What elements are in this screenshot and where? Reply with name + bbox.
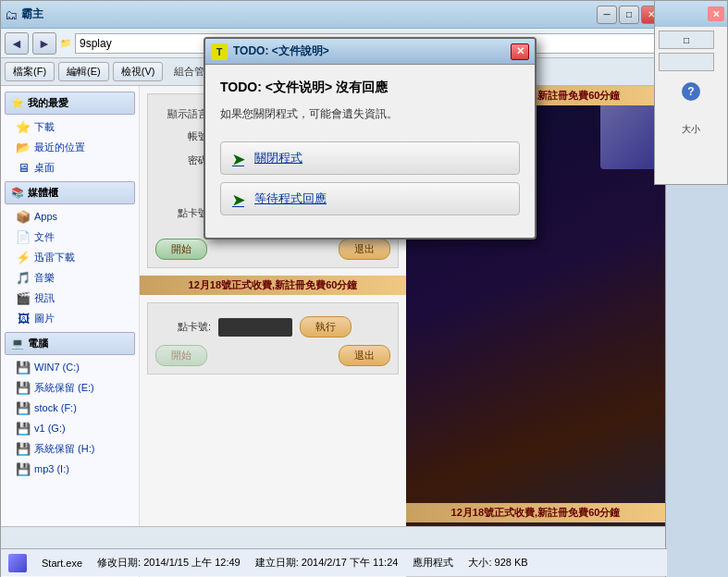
start-button-1[interactable]: 開始 [155,239,207,260]
secondary-btn-1[interactable]: □ [659,31,714,49]
bottom-info-bar: Start.exe 修改日期: 2014/1/15 上午 12:49 建立日期:… [1,548,667,576]
apps-icon: 📦 [16,209,31,224]
dialog-heading: TODO: <文件说明> 沒有回應 [220,80,520,96]
exec-button[interactable]: 執行 [300,316,352,338]
sidebar-item-e[interactable]: 💾 系統保留 (E:) [1,377,139,398]
drive-g-icon: 💾 [16,421,31,436]
download-icon: ⭐ [16,119,31,134]
card-label-1: 點卡號: [155,206,211,220]
minimize-button[interactable]: ─ [597,6,617,24]
file-type: 應用程式 [413,556,453,570]
sidebar-item-label: 系統保留 (H:) [34,442,94,456]
sidebar-item-g[interactable]: 💾 v1 (G:) [1,418,139,438]
menu-edit[interactable]: 編輯(E) [58,62,109,81]
sidebar-item-video[interactable]: 🎬 視訊 [1,288,139,308]
sidebar-item-label: mp3 (I:) [34,463,69,474]
sidebar-item-music[interactable]: 🎵 音樂 [1,267,139,288]
file-size: 大小: 928 KB [468,556,527,570]
wait-program-label: 等待程式回應 [254,190,327,207]
music-icon: 🎵 [16,270,31,285]
title-bar-buttons: ─ □ ✕ [597,6,661,24]
secondary-input[interactable] [659,53,714,71]
sidebar-item-apps[interactable]: 📦 Apps [1,206,139,227]
dialog-title-bar: T TODO: <文件說明> ✕ [205,39,535,65]
desktop-icon: 🖥 [16,160,31,175]
secondary-close-btn[interactable]: ✕ [708,6,724,21]
sidebar-item-i[interactable]: 💾 mp3 (I:) [1,459,139,479]
secondary-size-label: 大小 [659,123,723,136]
drive-i-icon: 💾 [16,461,31,476]
folder-icon: 📁 [60,38,71,48]
close-program-button[interactable]: ➤ 關閉程式 [220,141,520,175]
sidebar-item-label: 音樂 [34,271,55,285]
sidebar-item-label: 最近的位置 [34,141,85,154]
sidebar-item-h[interactable]: 💾 系統保留 (H:) [1,438,139,459]
video-icon: 🎬 [16,290,31,305]
quit-button-2[interactable]: 退出 [339,345,390,366]
sidebar-item-label: 系統保留 (E:) [34,381,94,395]
sidebar-item-pictures[interactable]: 🖼 圖片 [1,308,139,328]
secondary-controls: □ ? 大小 [655,27,727,140]
modified-date: 修改日期: 2014/1/15 上午 12:49 [97,556,241,570]
media-icon: 📚 [11,187,24,199]
secondary-help[interactable]: ? [659,82,723,101]
favorites-label: 我的最愛 [28,96,68,110]
created-date: 建立日期: 2014/2/17 下午 11:24 [255,556,399,570]
password-label: 密碼: [155,153,211,167]
sidebar-item-label: v1 (G:) [34,423,66,434]
documents-icon: 📄 [16,229,31,244]
sidebar-item-label: 桌面 [34,161,55,175]
window-title: 霸主 [21,6,597,22]
close-program-label: 關閉程式 [254,150,302,166]
menu-view[interactable]: 檢視(V) [113,62,164,81]
recent-icon: 📂 [16,140,31,154]
dialog-title: TODO: <文件說明> [233,43,511,59]
dialog-message: 如果您關閉程式，可能會遺失資訊。 [220,105,520,123]
filename: Start.exe [42,558,82,569]
sidebar-item-label: stock (F:) [34,402,77,413]
forward-button[interactable]: ► [32,32,56,55]
sidebar-item-thunder[interactable]: ⚡ 迅雷下載 [1,247,139,267]
sidebar-item-label: 視訊 [34,291,55,305]
ad-banner-middle: 12月18號正式收費,新註冊免費60分鐘 [140,276,406,295]
menu-file[interactable]: 檔案(F) [5,62,55,81]
ad-text-bottom: 12月18號正式收費,新註冊免費60分鐘 [451,507,621,518]
sidebar-item-label: Apps [34,211,57,222]
favorites-header[interactable]: ⭐ 我的最愛 [5,92,135,115]
computer-icon: 💻 [11,338,24,350]
sidebar-item-documents[interactable]: 📄 文件 [1,227,139,247]
wait-program-button[interactable]: ➤ 等待程式回應 [220,182,520,215]
secondary-title-bar: ✕ [655,1,727,27]
sidebar-item-download[interactable]: ⭐ 下載 [1,117,139,137]
sidebar-item-label: 圖片 [34,312,55,325]
panel2-bottom: 開始 退出 [155,345,390,366]
computer-section: 💻 電腦 💾 WIN7 (C:) 💾 系統保留 (E:) 💾 stock (F:… [1,332,139,479]
sidebar-item-label: 迅雷下載 [34,251,75,264]
sidebar: ⭐ 我的最愛 ⭐ 下載 📂 最近的位置 🖥 桌面 [1,86,140,577]
favorites-icon: ⭐ [11,97,24,109]
restore-button[interactable]: □ [619,6,639,24]
thunder-icon: ⚡ [16,250,31,264]
media-header[interactable]: 📚 媒體櫃 [5,181,135,204]
account-label: 帳號: [155,129,211,143]
computer-header[interactable]: 💻 電腦 [5,332,135,355]
media-section: 📚 媒體櫃 📦 Apps 📄 文件 ⚡ 迅雷下載 🎵 音樂 [1,181,139,328]
status-bar [1,526,665,548]
dialog-body: TODO: <文件说明> 沒有回應 如果您關閉程式，可能會遺失資訊。 ➤ 關閉程… [205,65,535,238]
title-bar: 🗂 霸主 ─ □ ✕ [1,1,665,29]
sidebar-item-c[interactable]: 💾 WIN7 (C:) [1,357,139,377]
card-panel: 點卡號: 執行 開始 退出 [147,302,399,374]
sidebar-item-desktop[interactable]: 🖥 桌面 [1,157,139,178]
favorites-section: ⭐ 我的最愛 ⭐ 下載 📂 最近的位置 🖥 桌面 [1,92,139,178]
secondary-window: ✕ □ ? 大小 [654,0,728,185]
sidebar-item-recent[interactable]: 📂 最近的位置 [1,137,139,157]
quit-button-1[interactable]: 退出 [339,239,390,260]
sidebar-item-label: WIN7 (C:) [34,362,80,373]
todo-dialog: T TODO: <文件說明> ✕ TODO: <文件说明> 沒有回應 如果您關閉… [204,37,537,239]
back-button[interactable]: ◄ [5,32,29,55]
dialog-close-button[interactable]: ✕ [511,43,529,60]
drive-f-icon: 💾 [16,400,31,415]
sidebar-item-label: 下載 [34,120,55,134]
sidebar-item-f[interactable]: 💾 stock (F:) [1,398,139,418]
card-image [218,318,292,337]
